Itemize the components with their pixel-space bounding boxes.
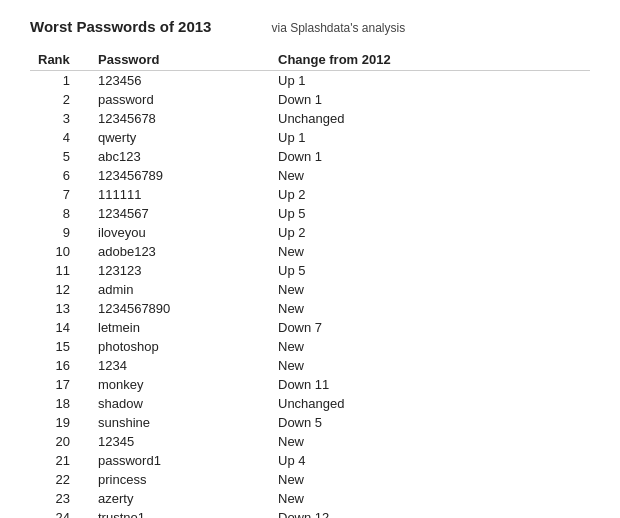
cell-change: Up 1 bbox=[270, 71, 590, 91]
cell-change: New bbox=[270, 432, 590, 451]
cell-password: 12345678 bbox=[90, 109, 270, 128]
cell-password: letmein bbox=[90, 318, 270, 337]
cell-rank: 24 bbox=[30, 508, 90, 518]
cell-change: New bbox=[270, 280, 590, 299]
cell-rank: 16 bbox=[30, 356, 90, 375]
cell-change: New bbox=[270, 489, 590, 508]
cell-password: 1234567890 bbox=[90, 299, 270, 318]
cell-password: admin bbox=[90, 280, 270, 299]
cell-rank: 8 bbox=[30, 204, 90, 223]
cell-password: trustno1 bbox=[90, 508, 270, 518]
table-row: 10adobe123New bbox=[30, 242, 590, 261]
cell-password: shadow bbox=[90, 394, 270, 413]
cell-change: Up 4 bbox=[270, 451, 590, 470]
cell-rank: 23 bbox=[30, 489, 90, 508]
cell-change: Down 5 bbox=[270, 413, 590, 432]
cell-rank: 14 bbox=[30, 318, 90, 337]
table-row: 7111111Up 2 bbox=[30, 185, 590, 204]
cell-change: Up 2 bbox=[270, 185, 590, 204]
cell-password: photoshop bbox=[90, 337, 270, 356]
cell-rank: 3 bbox=[30, 109, 90, 128]
cell-rank: 15 bbox=[30, 337, 90, 356]
table-row: 14letmeinDown 7 bbox=[30, 318, 590, 337]
table-row: 9iloveyouUp 2 bbox=[30, 223, 590, 242]
cell-rank: 13 bbox=[30, 299, 90, 318]
cell-change: New bbox=[270, 299, 590, 318]
col-rank: Rank bbox=[30, 49, 90, 71]
cell-password: qwerty bbox=[90, 128, 270, 147]
cell-password: 111111 bbox=[90, 185, 270, 204]
col-change: Change from 2012 bbox=[270, 49, 590, 71]
cell-change: Unchanged bbox=[270, 109, 590, 128]
table-row: 12adminNew bbox=[30, 280, 590, 299]
cell-password: password bbox=[90, 90, 270, 109]
cell-change: Down 12 bbox=[270, 508, 590, 518]
table-row: 21password1Up 4 bbox=[30, 451, 590, 470]
table-row: 22princessNew bbox=[30, 470, 590, 489]
cell-change: Up 5 bbox=[270, 204, 590, 223]
col-password: Password bbox=[90, 49, 270, 71]
table-row: 1123456Up 1 bbox=[30, 71, 590, 91]
table-row: 2012345New bbox=[30, 432, 590, 451]
cell-change: Up 2 bbox=[270, 223, 590, 242]
table-row: 19sunshineDown 5 bbox=[30, 413, 590, 432]
cell-rank: 5 bbox=[30, 147, 90, 166]
cell-rank: 18 bbox=[30, 394, 90, 413]
table-row: 4qwertyUp 1 bbox=[30, 128, 590, 147]
cell-rank: 12 bbox=[30, 280, 90, 299]
cell-change: New bbox=[270, 356, 590, 375]
cell-password: monkey bbox=[90, 375, 270, 394]
header-row: Worst Passwords of 2013 via Splashdata's… bbox=[30, 18, 590, 35]
table-row: 2passwordDown 1 bbox=[30, 90, 590, 109]
cell-rank: 2 bbox=[30, 90, 90, 109]
cell-change: Down 1 bbox=[270, 90, 590, 109]
cell-rank: 6 bbox=[30, 166, 90, 185]
cell-password: 123456789 bbox=[90, 166, 270, 185]
cell-rank: 19 bbox=[30, 413, 90, 432]
cell-rank: 10 bbox=[30, 242, 90, 261]
cell-rank: 4 bbox=[30, 128, 90, 147]
table-row: 5abc123Down 1 bbox=[30, 147, 590, 166]
cell-rank: 17 bbox=[30, 375, 90, 394]
cell-password: princess bbox=[90, 470, 270, 489]
page-subtitle: via Splashdata's analysis bbox=[271, 21, 405, 35]
cell-rank: 9 bbox=[30, 223, 90, 242]
cell-rank: 20 bbox=[30, 432, 90, 451]
page-title: Worst Passwords of 2013 bbox=[30, 18, 211, 35]
cell-password: azerty bbox=[90, 489, 270, 508]
table-row: 17monkeyDown 11 bbox=[30, 375, 590, 394]
cell-password: 12345 bbox=[90, 432, 270, 451]
cell-password: 1234567 bbox=[90, 204, 270, 223]
table-row: 23azertyNew bbox=[30, 489, 590, 508]
cell-password: sunshine bbox=[90, 413, 270, 432]
table-row: 161234New bbox=[30, 356, 590, 375]
cell-change: Down 7 bbox=[270, 318, 590, 337]
table-row: 15photoshopNew bbox=[30, 337, 590, 356]
table-row: 11123123Up 5 bbox=[30, 261, 590, 280]
cell-change: Down 11 bbox=[270, 375, 590, 394]
cell-password: abc123 bbox=[90, 147, 270, 166]
table-row: 81234567Up 5 bbox=[30, 204, 590, 223]
table-row: 6123456789New bbox=[30, 166, 590, 185]
cell-change: New bbox=[270, 337, 590, 356]
table-row: 312345678Unchanged bbox=[30, 109, 590, 128]
passwords-table: Rank Password Change from 2012 1123456Up… bbox=[30, 49, 590, 518]
cell-change: New bbox=[270, 242, 590, 261]
table-row: 18shadowUnchanged bbox=[30, 394, 590, 413]
table-row: 24trustno1Down 12 bbox=[30, 508, 590, 518]
cell-change: Up 1 bbox=[270, 128, 590, 147]
cell-password: 123123 bbox=[90, 261, 270, 280]
cell-rank: 22 bbox=[30, 470, 90, 489]
cell-change: Unchanged bbox=[270, 394, 590, 413]
cell-password: 123456 bbox=[90, 71, 270, 91]
cell-change: New bbox=[270, 470, 590, 489]
cell-rank: 11 bbox=[30, 261, 90, 280]
page-container: Worst Passwords of 2013 via Splashdata's… bbox=[0, 0, 620, 518]
cell-password: 1234 bbox=[90, 356, 270, 375]
cell-rank: 21 bbox=[30, 451, 90, 470]
cell-change: Up 5 bbox=[270, 261, 590, 280]
cell-password: adobe123 bbox=[90, 242, 270, 261]
cell-change: New bbox=[270, 166, 590, 185]
cell-password: password1 bbox=[90, 451, 270, 470]
table-header-row: Rank Password Change from 2012 bbox=[30, 49, 590, 71]
